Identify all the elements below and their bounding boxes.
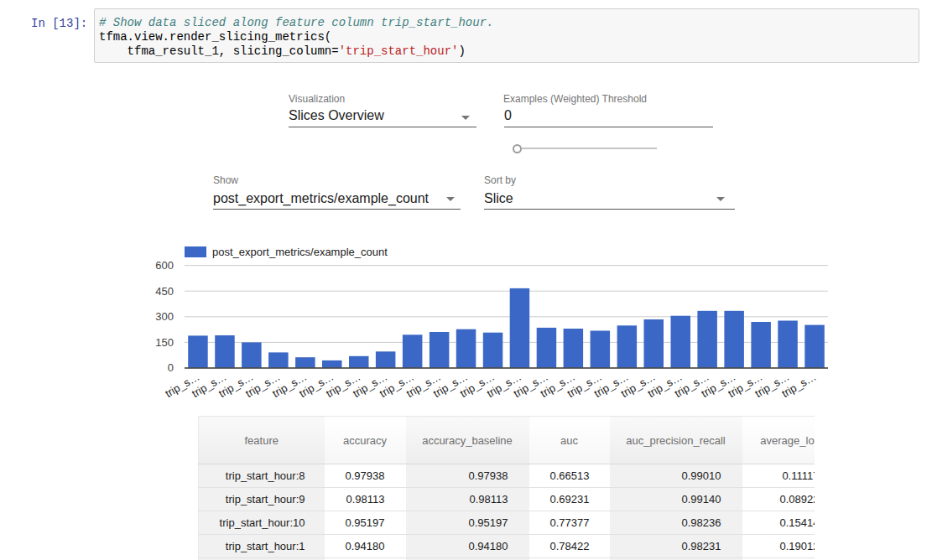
svg-text:300: 300 bbox=[155, 310, 174, 323]
svg-text:450: 450 bbox=[155, 285, 174, 298]
svg-text:600: 600 bbox=[155, 259, 174, 272]
svg-text:post_export_metrics/example_co: post_export_metrics/example_count bbox=[212, 246, 388, 258]
svg-text:150: 150 bbox=[155, 336, 174, 349]
svg-text:0: 0 bbox=[168, 361, 174, 374]
